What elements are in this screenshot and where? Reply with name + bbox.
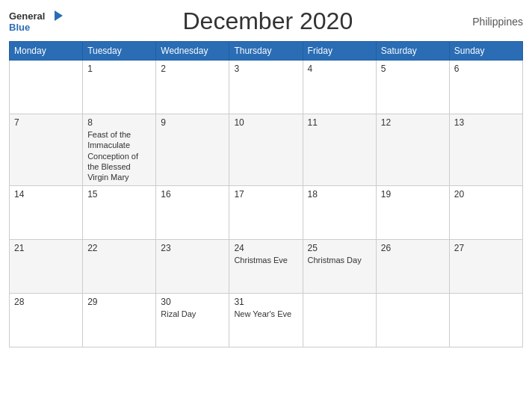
header-tuesday: Tuesday bbox=[83, 42, 156, 61]
day-number: 16 bbox=[161, 189, 224, 200]
header-saturday: Saturday bbox=[376, 42, 449, 61]
calendar-cell: 4 bbox=[303, 61, 376, 114]
header-wednesday: Wednesday bbox=[156, 42, 229, 61]
calendar-week-row: 123456 bbox=[10, 61, 523, 114]
calendar-week-row: 14151617181920 bbox=[10, 186, 523, 240]
calendar-cell: 27 bbox=[449, 240, 522, 294]
calendar-cell: 26 bbox=[376, 240, 449, 294]
header-friday: Friday bbox=[303, 42, 376, 61]
logo-general-text: General bbox=[9, 10, 45, 22]
day-number: 20 bbox=[454, 189, 518, 200]
calendar-cell bbox=[303, 294, 376, 347]
calendar-cell: 1 bbox=[83, 61, 156, 114]
calendar-cell: 9 bbox=[156, 114, 229, 186]
day-number: 12 bbox=[381, 117, 445, 128]
calendar-cell: 7 bbox=[10, 114, 83, 186]
day-number: 27 bbox=[454, 243, 518, 253]
day-number: 26 bbox=[381, 243, 445, 253]
event-label: Rizal Day bbox=[161, 309, 224, 319]
month-title: December 2020 bbox=[183, 7, 353, 35]
calendar-cell: 17 bbox=[229, 186, 303, 240]
day-number: 3 bbox=[234, 64, 297, 74]
calendar-week-row: 282930Rizal Day31New Year's Eve bbox=[10, 294, 523, 347]
calendar-cell: 29 bbox=[83, 294, 156, 347]
day-number: 7 bbox=[14, 117, 78, 128]
day-number: 17 bbox=[234, 189, 297, 200]
weekday-header-row: Monday Tuesday Wednesday Thursday Friday… bbox=[10, 42, 523, 61]
day-number: 29 bbox=[87, 297, 151, 307]
event-label: New Year's Eve bbox=[234, 309, 297, 319]
calendar-cell: 3 bbox=[229, 61, 303, 114]
header-thursday: Thursday bbox=[229, 42, 303, 61]
calendar-cell: 16 bbox=[156, 186, 229, 240]
day-number: 6 bbox=[454, 64, 518, 74]
calendar-cell: 21 bbox=[10, 240, 83, 294]
day-number: 22 bbox=[87, 243, 151, 253]
day-number: 2 bbox=[161, 64, 224, 74]
header-monday: Monday bbox=[10, 42, 83, 61]
day-number: 31 bbox=[234, 297, 297, 307]
day-number: 25 bbox=[308, 243, 371, 253]
day-number: 9 bbox=[161, 117, 224, 128]
day-number: 11 bbox=[308, 117, 371, 128]
logo: General Blue bbox=[9, 10, 63, 33]
event-label: Christmas Eve bbox=[234, 255, 297, 265]
calendar-cell bbox=[376, 294, 449, 347]
logo-flag-icon bbox=[46, 10, 63, 22]
day-number: 4 bbox=[308, 64, 371, 74]
calendar-cell: 12 bbox=[376, 114, 449, 186]
calendar-cell bbox=[449, 294, 522, 347]
day-number: 24 bbox=[234, 243, 297, 253]
calendar-cell: 23 bbox=[156, 240, 229, 294]
calendar-cell: 19 bbox=[376, 186, 449, 240]
day-number: 8 bbox=[87, 117, 151, 128]
country-label: Philippines bbox=[472, 16, 523, 28]
calendar-cell: 31New Year's Eve bbox=[229, 294, 303, 347]
day-number: 5 bbox=[381, 64, 445, 74]
day-number: 23 bbox=[161, 243, 224, 253]
calendar-cell bbox=[10, 61, 83, 114]
calendar-cell: 25Christmas Day bbox=[303, 240, 376, 294]
logo-blue-text: Blue bbox=[9, 22, 30, 33]
day-number: 10 bbox=[234, 117, 297, 128]
svg-marker-0 bbox=[55, 10, 63, 21]
day-number: 19 bbox=[381, 189, 445, 200]
calendar-week-row: 21222324Christmas Eve25Christmas Day2627 bbox=[10, 240, 523, 294]
day-number: 14 bbox=[14, 189, 78, 200]
calendar-cell: 13 bbox=[449, 114, 522, 186]
header-sunday: Sunday bbox=[449, 42, 522, 61]
calendar-cell: 5 bbox=[376, 61, 449, 114]
event-label: Christmas Day bbox=[308, 255, 371, 265]
calendar-cell: 20 bbox=[449, 186, 522, 240]
day-number: 18 bbox=[308, 189, 371, 200]
day-number: 21 bbox=[14, 243, 78, 253]
event-label: Feast of the Immaculate Conception of th… bbox=[87, 129, 151, 182]
calendar-cell: 8Feast of the Immaculate Conception of t… bbox=[83, 114, 156, 186]
calendar-table: Monday Tuesday Wednesday Thursday Friday… bbox=[9, 41, 523, 347]
calendar-cell: 11 bbox=[303, 114, 376, 186]
calendar-cell: 30Rizal Day bbox=[156, 294, 229, 347]
calendar-cell: 15 bbox=[83, 186, 156, 240]
calendar-cell: 24Christmas Eve bbox=[229, 240, 303, 294]
calendar-week-row: 78Feast of the Immaculate Conception of … bbox=[10, 114, 523, 186]
header: General Blue December 2020 Philippines bbox=[9, 7, 523, 35]
day-number: 30 bbox=[161, 297, 224, 307]
day-number: 15 bbox=[87, 189, 151, 200]
calendar-cell: 28 bbox=[10, 294, 83, 347]
calendar-page: General Blue December 2020 Philippines M… bbox=[0, 0, 532, 411]
day-number: 1 bbox=[87, 64, 151, 74]
calendar-cell: 22 bbox=[83, 240, 156, 294]
calendar-cell: 6 bbox=[449, 61, 522, 114]
calendar-cell: 14 bbox=[10, 186, 83, 240]
day-number: 28 bbox=[14, 297, 78, 307]
calendar-cell: 18 bbox=[303, 186, 376, 240]
day-number: 13 bbox=[454, 117, 518, 128]
calendar-cell: 2 bbox=[156, 61, 229, 114]
calendar-cell: 10 bbox=[229, 114, 303, 186]
